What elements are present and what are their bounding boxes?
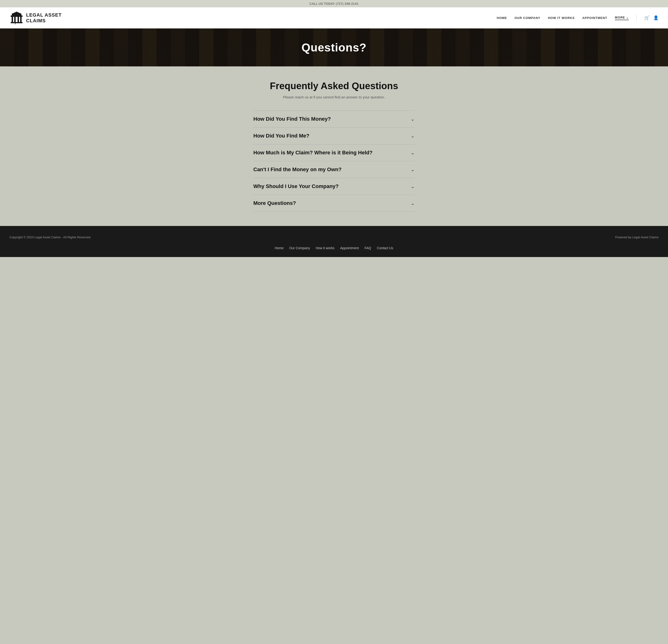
- user-button[interactable]: 👤: [653, 15, 658, 20]
- logo-icon: $: [10, 11, 24, 25]
- svg-rect-5: [18, 17, 19, 22]
- nav-appointment[interactable]: APPOINTMENT: [582, 16, 607, 20]
- chevron-icon-3: ⌄: [411, 150, 415, 155]
- nav-divider: [636, 15, 637, 21]
- footer-link-contact[interactable]: Contact Us: [377, 246, 393, 250]
- chevron-down-icon: ⌄: [626, 16, 629, 19]
- faq-question-4[interactable]: Can't I Find the Money on my Own? ⌄: [253, 167, 415, 173]
- chevron-icon-6: ⌄: [411, 200, 415, 206]
- faq-item-1: How Did You Find This Money? ⌄: [253, 110, 415, 127]
- faq-item-4: Can't I Find the Money on my Own? ⌄: [253, 161, 415, 178]
- svg-text:$: $: [15, 22, 16, 25]
- faq-question-text-6: More Questions?: [253, 200, 296, 206]
- footer-link-how-it-works[interactable]: How it works: [316, 246, 334, 250]
- nav-our-company[interactable]: OUR COMPANY: [515, 16, 541, 20]
- hero-title: Questions?: [302, 41, 366, 54]
- faq-item-5: Why Should I Use Your Company? ⌄: [253, 178, 415, 195]
- footer-links: Home Our Company How it works Appointmen…: [10, 246, 658, 250]
- faq-question-text-1: How Did You Find This Money?: [253, 116, 331, 122]
- footer-link-our-company[interactable]: Our Company: [289, 246, 310, 250]
- chevron-icon-4: ⌄: [411, 167, 415, 172]
- footer-link-faq[interactable]: FAQ: [365, 246, 371, 250]
- footer-powered: Powered by Legal Asset Claims: [615, 235, 658, 239]
- faq-item-2: How Did You Find Me? ⌄: [253, 127, 415, 144]
- faq-title: Frequently Asked Questions: [253, 81, 415, 91]
- nav-icons: 🛒 👤: [644, 15, 658, 20]
- faq-question-5[interactable]: Why Should I Use Your Company? ⌄: [253, 183, 415, 189]
- header: $ LEGAL ASSET CLAIMS HOME OUR COMPANY HO…: [0, 7, 668, 29]
- svg-rect-4: [14, 17, 16, 22]
- user-icon: 👤: [653, 15, 658, 20]
- svg-rect-6: [20, 17, 21, 22]
- logo-text: LEGAL ASSET CLAIMS: [26, 12, 62, 24]
- chevron-icon-2: ⌄: [411, 133, 415, 139]
- footer-top: Copyright © 2023 Legal Asset Claims - Al…: [10, 235, 658, 239]
- faq-question-text-4: Can't I Find the Money on my Own?: [253, 167, 341, 173]
- footer-link-home[interactable]: Home: [275, 246, 284, 250]
- phone-text: CALL US TODAY (727) 348-2141: [309, 2, 359, 5]
- svg-marker-2: [11, 12, 22, 14]
- main-nav: HOME OUR COMPANY HOW IT WORKS APPOINTMEN…: [497, 15, 658, 21]
- main-content: Frequently Asked Questions Please reach …: [0, 66, 668, 226]
- footer: Copyright © 2023 Legal Asset Claims - Al…: [0, 226, 668, 257]
- chevron-icon-5: ⌄: [411, 184, 415, 189]
- svg-rect-3: [12, 17, 13, 22]
- nav-how-it-works[interactable]: HOW IT WORKS: [548, 16, 575, 20]
- faq-item-6: More Questions? ⌄: [253, 195, 415, 212]
- hero-section: Questions?: [0, 29, 668, 66]
- faq-question-text-5: Why Should I Use Your Company?: [253, 183, 339, 189]
- top-bar: CALL US TODAY (727) 348-2141: [0, 0, 668, 7]
- faq-subtitle: Please reach us at if you cannot find an…: [253, 95, 415, 99]
- faq-question-3[interactable]: How Much is My Claim? Where is it Being …: [253, 150, 415, 156]
- cart-icon: 🛒: [644, 15, 650, 20]
- svg-rect-7: [11, 22, 22, 23]
- footer-copyright: Copyright © 2023 Legal Asset Claims - Al…: [10, 235, 91, 239]
- faq-question-text-2: How Did You Find Me?: [253, 133, 309, 139]
- faq-question-text-3: How Much is My Claim? Where is it Being …: [253, 150, 373, 156]
- nav-home[interactable]: HOME: [497, 16, 507, 20]
- logo[interactable]: $ LEGAL ASSET CLAIMS: [10, 11, 62, 25]
- footer-link-appointment[interactable]: Appointment: [340, 246, 359, 250]
- chevron-icon-1: ⌄: [411, 116, 415, 122]
- faq-question-6[interactable]: More Questions? ⌄: [253, 200, 415, 206]
- faq-question-1[interactable]: How Did You Find This Money? ⌄: [253, 116, 415, 122]
- faq-container: Frequently Asked Questions Please reach …: [253, 81, 415, 212]
- faq-question-2[interactable]: How Did You Find Me? ⌄: [253, 133, 415, 139]
- svg-rect-0: [11, 15, 22, 17]
- faq-item-3: How Much is My Claim? Where is it Being …: [253, 144, 415, 161]
- nav-more[interactable]: MORE ⌄: [615, 16, 629, 20]
- cart-button[interactable]: 🛒: [644, 15, 650, 20]
